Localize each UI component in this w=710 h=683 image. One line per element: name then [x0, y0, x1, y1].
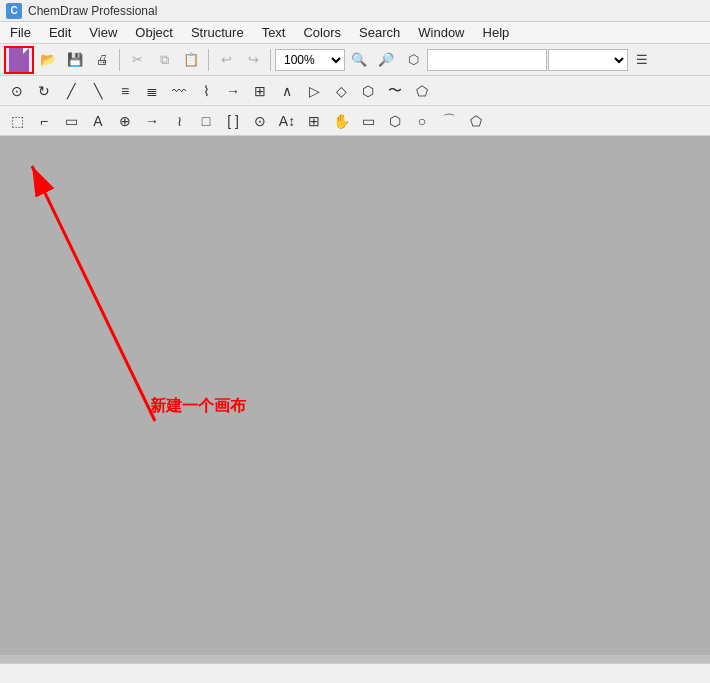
copy-button[interactable]: ⧉: [151, 47, 177, 73]
lasso-tool[interactable]: ⊙: [4, 78, 30, 104]
wave-tool[interactable]: 〜: [382, 78, 408, 104]
annotation-text: 新建一个画布: [150, 396, 246, 417]
zoom-in-button[interactable]: 🔍: [346, 47, 372, 73]
open-button[interactable]: 📂: [35, 47, 61, 73]
triangle-tool[interactable]: ▷: [301, 78, 327, 104]
new-file-button[interactable]: [4, 46, 34, 74]
ring-tool[interactable]: ⊙: [247, 108, 273, 134]
canvas-area[interactable]: 新建一个画布: [0, 136, 710, 655]
fontsize-tool[interactable]: A↕: [274, 108, 300, 134]
redo-button[interactable]: ↪: [240, 47, 266, 73]
menu-colors[interactable]: Colors: [295, 23, 349, 42]
paste-button[interactable]: 📋: [178, 47, 204, 73]
toolbar-drawing-bottom: ⬚ ⌐ ▭ A ⊕ → ≀ □ [ ] ⊙ A↕ ⊞ ✋ ▭ ⬡ ○ ⌒ ⬠: [0, 106, 710, 136]
zoom-select[interactable]: 100% 50% 75% 150% 200%: [275, 49, 345, 71]
bold-wedge-tool[interactable]: ≣: [139, 78, 165, 104]
search-input[interactable]: [427, 49, 547, 71]
status-bar: [0, 663, 710, 683]
arrow-right-tool[interactable]: →: [220, 78, 246, 104]
poly-tool[interactable]: ⬠: [463, 108, 489, 134]
cut-button[interactable]: ✂: [124, 47, 150, 73]
menu-file[interactable]: File: [2, 23, 39, 42]
bracket-tool[interactable]: [ ]: [220, 108, 246, 134]
line-tool[interactable]: ╱: [58, 78, 84, 104]
title-bar-text: ChemDraw Professional: [28, 4, 157, 18]
menu-bar: File Edit View Object Structure Text Col…: [0, 22, 710, 44]
menu-icon-button[interactable]: ☰: [629, 47, 655, 73]
grid-tool[interactable]: ⊞: [247, 78, 273, 104]
pentagon-tool[interactable]: ⬠: [409, 78, 435, 104]
orbital-tool[interactable]: ⊕: [112, 108, 138, 134]
circle-tool[interactable]: ○: [409, 108, 435, 134]
new-file-icon: [9, 48, 29, 72]
menu-object[interactable]: Object: [127, 23, 181, 42]
toolbar-standard: 📂 💾 🖨 ✂ ⧉ 📋 ↩ ↪ 100% 50% 75% 150% 200% 🔍…: [0, 44, 710, 76]
zoom-out-button[interactable]: 🔎: [373, 47, 399, 73]
table-tool[interactable]: ⊞: [301, 108, 327, 134]
toolbar-drawing-top: ⊙ ↻ ╱ ╲ ≡ ≣ 〰 ⌇ → ⊞ ∧ ▷ ◇ ⬡ 〜 ⬠: [0, 76, 710, 106]
print-button[interactable]: 🖨: [89, 47, 115, 73]
text-tool[interactable]: A: [85, 108, 111, 134]
curve-tool[interactable]: ⌒: [436, 108, 462, 134]
rect2-tool[interactable]: ▭: [355, 108, 381, 134]
wavy-bond-tool[interactable]: 〰: [166, 78, 192, 104]
save-button[interactable]: 💾: [62, 47, 88, 73]
wedge-tool[interactable]: ╲: [85, 78, 111, 104]
sep1: [119, 49, 120, 71]
app-icon: C: [6, 3, 22, 19]
select-tool[interactable]: ⬚: [4, 108, 30, 134]
dash-wedge-tool[interactable]: ≡: [112, 78, 138, 104]
straight-bond-tool[interactable]: ⌇: [193, 78, 219, 104]
menu-text[interactable]: Text: [254, 23, 294, 42]
right-dropdown[interactable]: [548, 49, 628, 71]
arrow2-tool[interactable]: →: [139, 108, 165, 134]
menu-window[interactable]: Window: [410, 23, 472, 42]
undo-button[interactable]: ↩: [213, 47, 239, 73]
menu-view[interactable]: View: [81, 23, 125, 42]
annotation-arrow: [0, 136, 300, 486]
rect-tool[interactable]: □: [193, 108, 219, 134]
menu-structure[interactable]: Structure: [183, 23, 252, 42]
menu-edit[interactable]: Edit: [41, 23, 79, 42]
menu-search[interactable]: Search: [351, 23, 408, 42]
diamond-tool[interactable]: ◇: [328, 78, 354, 104]
menu-help[interactable]: Help: [475, 23, 518, 42]
rotate-tool[interactable]: ↻: [31, 78, 57, 104]
hexagon2-tool[interactable]: ⬡: [382, 108, 408, 134]
polygon-tool[interactable]: ⬡: [400, 47, 426, 73]
title-bar: C ChemDraw Professional: [0, 0, 710, 22]
hexagon-tool[interactable]: ⬡: [355, 78, 381, 104]
eraser-tool[interactable]: ▭: [58, 108, 84, 134]
bond-tool[interactable]: ≀: [166, 108, 192, 134]
hand-tool[interactable]: ✋: [328, 108, 354, 134]
sep2: [208, 49, 209, 71]
angle-tool[interactable]: ⌐: [31, 108, 57, 134]
chain-tool[interactable]: ∧: [274, 78, 300, 104]
svg-line-1: [32, 166, 155, 421]
sep3: [270, 49, 271, 71]
